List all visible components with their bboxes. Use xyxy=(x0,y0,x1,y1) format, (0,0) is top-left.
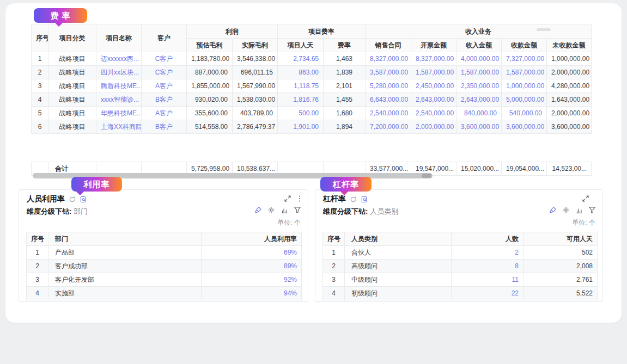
project-name-link[interactable]: 迈xxxxxx西... xyxy=(96,52,142,66)
cell-person-days[interactable]: 1,901.00 xyxy=(278,120,324,134)
cell-rate: 1,839 xyxy=(324,66,366,79)
customer-link[interactable]: A客户 xyxy=(142,107,187,120)
headcount-value[interactable]: 2 xyxy=(452,246,523,260)
refresh-icon[interactable] xyxy=(350,196,357,203)
total-income: 15,020,000... xyxy=(456,162,502,176)
unit-label: 单位: 个 xyxy=(572,218,595,227)
project-name-link[interactable]: xxxx智能诊... xyxy=(96,93,142,107)
clean-icon[interactable] xyxy=(549,206,557,214)
cell-income[interactable]: 1,587,000.00 xyxy=(456,66,502,79)
cell-income[interactable]: 4,000,000.00 xyxy=(456,52,502,66)
cell-unreceived: 4,280,000.00 xyxy=(547,79,592,93)
project-name-link[interactable]: 上海XX科商院 xyxy=(96,120,142,134)
cell-received[interactable]: 1,000,000.00 xyxy=(502,79,547,93)
cell-act-profit: 403,789.00 xyxy=(233,107,278,120)
cell-invoiced[interactable]: 2,643,000.00 xyxy=(411,93,456,107)
cell-income[interactable]: 2,643,000.00 xyxy=(456,93,502,107)
cell-category: 战略项目 xyxy=(48,66,96,79)
cell-no: 2 xyxy=(323,260,345,273)
project-name-link[interactable]: 腾盾科技ME... xyxy=(96,79,142,93)
table-row: 3客户化开发部92% xyxy=(27,273,302,287)
bar-chart-icon[interactable] xyxy=(281,206,288,214)
cell-received[interactable]: 540,000.00 xyxy=(502,107,547,120)
expand-icon[interactable] xyxy=(284,195,291,202)
customer-link[interactable]: A客户 xyxy=(142,79,187,93)
cell-no: 3 xyxy=(323,273,345,287)
headcount-value[interactable]: 22 xyxy=(452,287,523,300)
expand-icon[interactable] xyxy=(582,195,589,202)
cell-no: 1 xyxy=(323,246,345,260)
cell-received[interactable]: 7,327,000.00 xyxy=(502,52,547,66)
table-scroll-indicator xyxy=(537,28,551,31)
cell-person-days[interactable]: 2,734.65 xyxy=(278,52,324,66)
cell-est-profit: 1,183,780.00 xyxy=(187,52,233,66)
cell-person-days[interactable]: 863.00 xyxy=(278,66,324,79)
dashboard: 费 率 利用率 杠杆率 序号 项目分类 项目名称 客户 利润 项目费率 收入业务… xyxy=(0,0,627,364)
cell-contract[interactable]: 2,540,000.00 xyxy=(366,107,411,120)
filter-icon[interactable] xyxy=(294,206,301,214)
table-row: 3中级顾问112,761 xyxy=(323,273,598,287)
customer-link[interactable]: B客户 xyxy=(142,93,187,107)
cell-est-profit: 887,000.00 xyxy=(187,66,233,79)
headcount-value[interactable]: 11 xyxy=(452,273,523,287)
utilization-table: 序号 部门 人员利用率 1产品部69%2客户成功部89%3客户化开发部92%4实… xyxy=(26,232,302,300)
cell-contract[interactable]: 3,587,000.00 xyxy=(366,66,411,79)
cell-no: 5 xyxy=(32,107,48,120)
drill-down-value[interactable]: 部门 xyxy=(74,207,88,215)
filter-icon[interactable] xyxy=(588,206,596,214)
customer-link[interactable]: C客户 xyxy=(142,52,187,66)
utilization-value[interactable]: 94% xyxy=(202,287,302,300)
utilization-panel: 人员利用率 维度分级下钻:部门 单位: 个 序号 部门 人员利用率 xyxy=(19,189,308,302)
leverage-table: 序号 人员类别 人数 可用人天 1合伙人25022高级顾问82,0083中级顾问… xyxy=(322,232,598,300)
cell-invoiced[interactable]: 2,540,000.00 xyxy=(411,107,456,120)
drill-down-value[interactable]: 人员类别 xyxy=(370,207,398,215)
doc-preview-icon[interactable] xyxy=(80,196,87,203)
cell-income[interactable]: 840,000.00 xyxy=(456,107,502,120)
cell-no: 3 xyxy=(27,273,48,287)
cell-contract[interactable]: 8,327,000.00 xyxy=(366,52,411,66)
settings-icon[interactable] xyxy=(267,206,275,214)
col-header-person-type: 人员类别 xyxy=(345,232,452,246)
cell-invoiced[interactable]: 8,327,000.00 xyxy=(411,52,456,66)
clean-icon[interactable] xyxy=(254,206,262,214)
settings-icon[interactable] xyxy=(562,206,570,214)
cell-contract[interactable]: 7,200,000.00 xyxy=(366,120,411,134)
cell-contract[interactable]: 5,280,000.00 xyxy=(366,79,411,93)
refresh-icon[interactable] xyxy=(69,196,76,203)
project-name-link[interactable]: 华懋科技ME... xyxy=(96,107,142,120)
cell-received[interactable]: 5,000,000.00 xyxy=(502,93,547,107)
cell-income[interactable]: 2,350,000.00 xyxy=(456,79,502,93)
table-row: 1战略项目迈xxxxxx西...C客户1,183,780.003,546,338… xyxy=(32,52,592,66)
cell-invoiced[interactable]: 2,000,000.00 xyxy=(411,120,456,134)
cell-person-days[interactable]: 1,118.75 xyxy=(278,79,324,93)
cell-no: 1 xyxy=(27,246,48,260)
cell-person-type: 初级顾问 xyxy=(345,287,452,300)
utilization-value[interactable]: 92% xyxy=(202,273,302,287)
cell-department: 客户成功部 xyxy=(48,260,202,273)
more-icon[interactable] xyxy=(296,195,303,202)
cell-received[interactable]: 1,587,000.00 xyxy=(502,66,547,79)
headcount-value[interactable]: 8 xyxy=(452,260,523,273)
cell-person-days[interactable]: 500.00 xyxy=(278,107,324,120)
cell-person-days[interactable]: 1,816.76 xyxy=(278,93,324,107)
cell-invoiced[interactable]: 1,587,000.00 xyxy=(411,66,456,79)
utilization-value[interactable]: 89% xyxy=(202,260,302,273)
cell-invoiced[interactable]: 2,450,000.00 xyxy=(411,79,456,93)
cell-act-profit: 3,546,338.00 xyxy=(233,52,278,66)
doc-preview-icon[interactable] xyxy=(361,196,368,203)
project-name-link[interactable]: 四川xx区块... xyxy=(96,66,142,79)
cell-received[interactable]: 3,600,000.00 xyxy=(502,120,547,134)
customer-link[interactable]: B客户 xyxy=(142,120,187,134)
customer-link[interactable]: C客户 xyxy=(142,66,187,79)
project-fee-table: 序号 项目分类 项目名称 客户 利润 项目费率 收入业务 预估毛利 实际毛利 项… xyxy=(31,24,592,134)
cell-department: 产品部 xyxy=(48,246,202,260)
cell-no: 4 xyxy=(323,287,345,300)
bar-chart-icon[interactable] xyxy=(575,206,583,214)
cell-income[interactable]: 3,600,000.00 xyxy=(456,120,502,134)
cell-category: 战略项目 xyxy=(48,107,96,120)
cell-contract[interactable]: 6,643,000.00 xyxy=(366,93,411,107)
utilization-value[interactable]: 69% xyxy=(202,246,302,260)
cell-est-profit: 355,600.00 xyxy=(187,107,233,120)
cell-person-type: 合伙人 xyxy=(345,246,452,260)
cell-unreceived: 2,000,000.00 xyxy=(547,107,592,120)
